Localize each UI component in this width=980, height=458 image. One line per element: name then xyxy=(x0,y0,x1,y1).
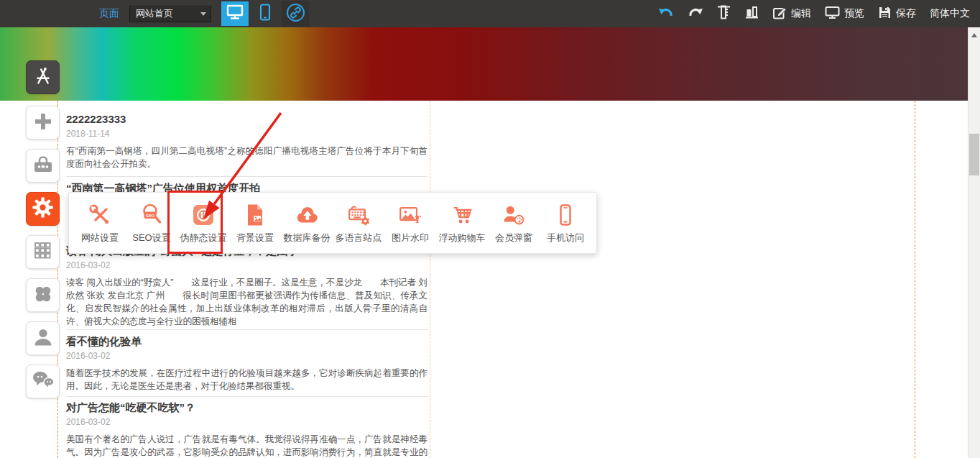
topbar: 页面 网站首页 xyxy=(0,0,980,27)
menu-item-database-backup[interactable]: 数据库备份 xyxy=(282,202,332,244)
language-switcher[interactable]: 简体中文 xyxy=(930,7,970,20)
undo-button[interactable] xyxy=(658,6,674,21)
save-label: 保存 xyxy=(896,7,916,20)
menu-item-label: 网站设置 xyxy=(81,232,119,244)
article: 对广告怎能“吃硬不吃软”？2016-03-02美国有个著名的广告人说过，广告就是… xyxy=(66,401,427,458)
member-icon xyxy=(32,326,54,351)
scrollbar-thumb[interactable] xyxy=(969,134,979,175)
desktop-view-button[interactable] xyxy=(221,1,249,26)
site-settings-icon xyxy=(87,202,113,228)
sidebar-item-app-store[interactable] xyxy=(26,60,60,94)
redo-icon xyxy=(688,6,703,21)
preview-monitor-icon xyxy=(825,6,840,22)
multilanguage-site-icon xyxy=(346,202,371,228)
menu-item-mobile-access[interactable]: 手机访问 xyxy=(540,202,591,244)
language-label: 简体中文 xyxy=(930,7,970,20)
stats-icon xyxy=(745,6,759,22)
editor-stage: 22222233332018-11-14有“西南第一高钢塔，四川第二高电视塔”之… xyxy=(0,0,980,458)
floating-cart-icon xyxy=(449,202,475,228)
page-dropdown[interactable]: 网站首页 xyxy=(129,6,211,22)
ruler-button[interactable] xyxy=(717,5,731,22)
guide-line-content xyxy=(430,101,430,458)
link-icon xyxy=(286,3,305,25)
article-body: 美国有个著名的广告人说过，广告就是有毒气体。我觉得说得再准确一点，广告就是神经毒… xyxy=(66,433,427,458)
settings-popup: 网站设置seo SEO设置 伪静态设置 背景设置 数据库备份 多语言站点T 图片… xyxy=(68,192,597,254)
menu-item-label: 数据库备份 xyxy=(284,232,330,244)
save-button[interactable]: 保存 xyxy=(878,6,916,22)
article-title: 2222223333 xyxy=(66,113,427,125)
sidebar-item-modules[interactable] xyxy=(26,278,60,312)
sidebar-item-chat[interactable] xyxy=(26,365,60,398)
menu-item-label: 图片水印 xyxy=(392,232,429,244)
settings-gear-icon xyxy=(31,196,55,222)
page-label: 页面 xyxy=(99,7,119,20)
scrollbar-up-arrow-icon[interactable] xyxy=(971,33,977,37)
guide-line-right xyxy=(915,101,915,458)
article: 看不懂的化验单2016-03-02随着医学技术的发展，在医疗过程中进行的化验项目… xyxy=(66,335,427,393)
sidebar-item-member[interactable] xyxy=(26,321,60,355)
sidebar-item-grid[interactable] xyxy=(26,235,60,269)
article-divider xyxy=(66,176,427,177)
ruler-icon xyxy=(717,5,731,22)
edit-label: 编辑 xyxy=(791,7,811,20)
member-popup-icon xyxy=(501,202,527,228)
article-body: 随着医学技术的发展，在医疗过程中进行的化验项目越来越多，它对诊断疾病起着重要的作… xyxy=(66,367,427,393)
article-divider xyxy=(66,329,427,330)
desktop-icon xyxy=(226,4,244,24)
article-divider xyxy=(66,396,427,397)
menu-item-background-settings[interactable]: 背景设置 xyxy=(230,202,280,244)
image-watermark-icon: T xyxy=(397,202,423,228)
menu-item-label: 会员弹窗 xyxy=(495,232,532,244)
modules-icon xyxy=(32,283,54,308)
article: 读客 闯入出版业的“野蛮人” 这是行业，不是圈子2016-03-02读客 闯入出… xyxy=(66,244,427,328)
app-store-icon xyxy=(31,64,55,91)
menu-item-label: 手机访问 xyxy=(547,232,584,244)
redo-button[interactable] xyxy=(688,6,703,21)
article-date: 2016-03-02 xyxy=(66,417,427,428)
article-body: 读客 闯入出版业的“野蛮人” 这是行业，不是圈子。这是生意，不是沙龙 本刊记者 … xyxy=(66,276,427,328)
link-button[interactable] xyxy=(282,1,309,27)
article-title: 看不懂的化验单 xyxy=(66,335,427,347)
svg-text:seo: seo xyxy=(146,212,154,219)
seo-settings-icon: seo xyxy=(139,202,165,228)
preview-label: 预览 xyxy=(844,7,864,20)
add-icon xyxy=(32,111,54,135)
article-body: 有“西南第一高钢塔，四川第二高电视塔”之称的德阳广播电视塔主塔广告位将于本月下旬… xyxy=(66,145,427,170)
svg-text:T: T xyxy=(415,214,422,225)
scrollbar[interactable] xyxy=(968,27,980,458)
menu-item-label: 伪静态设置 xyxy=(180,232,227,244)
menu-item-multilanguage-site[interactable]: 多语言站点 xyxy=(333,202,384,244)
toolbox-icon xyxy=(32,154,55,178)
menu-item-seo-settings[interactable]: seo SEO设置 xyxy=(126,202,177,244)
site-banner-gradient xyxy=(0,27,968,101)
menu-item-image-watermark[interactable]: T 图片水印 xyxy=(385,202,435,244)
menu-item-floating-cart[interactable]: 浮动购物车 xyxy=(437,202,487,244)
rewrite-settings-icon xyxy=(190,202,216,228)
stats-button[interactable] xyxy=(745,6,759,22)
article-date: 2016-03-02 xyxy=(66,260,427,271)
menu-item-label: 浮动购物车 xyxy=(439,232,486,244)
menu-item-label: 多语言站点 xyxy=(336,232,382,244)
menu-item-site-settings[interactable]: 网站设置 xyxy=(75,202,125,244)
sidebar-item-toolbox[interactable] xyxy=(26,149,60,183)
database-backup-icon xyxy=(294,202,320,228)
mobile-access-icon xyxy=(553,202,578,228)
mobile-view-button[interactable] xyxy=(259,4,272,24)
menu-item-label: 背景设置 xyxy=(236,232,274,244)
menu-item-rewrite-settings[interactable]: 伪静态设置 xyxy=(178,202,228,244)
page-dropdown-value: 网站首页 xyxy=(130,7,196,20)
article-date: 2018-11-14 xyxy=(66,129,427,139)
save-icon xyxy=(878,6,892,22)
preview-button[interactable]: 预览 xyxy=(825,6,864,22)
grid-icon xyxy=(32,240,54,265)
edit-icon xyxy=(772,6,787,22)
article-title: 对广告怎能“吃硬不吃软”？ xyxy=(66,401,427,413)
chevron-down-icon xyxy=(196,6,211,22)
background-settings-icon xyxy=(242,202,268,228)
chat-icon xyxy=(31,370,55,394)
edit-button[interactable]: 编辑 xyxy=(772,6,811,22)
sidebar-item-add[interactable] xyxy=(26,106,60,139)
menu-item-member-popup[interactable]: 会员弹窗 xyxy=(489,202,539,244)
sidebar-item-settings-gear[interactable] xyxy=(26,192,60,226)
undo-icon xyxy=(658,6,674,21)
